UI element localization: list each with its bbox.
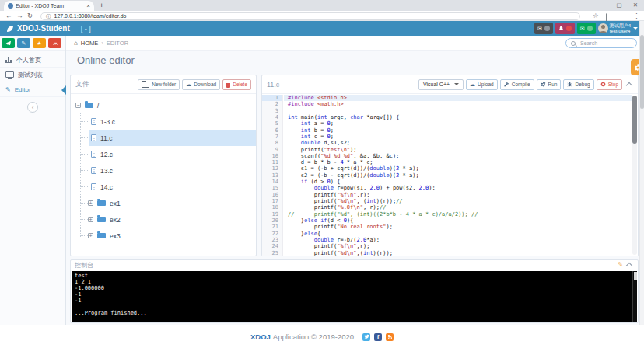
editor-gutter: 1234567891011121314151617181920212223242… [262,95,283,256]
collapse-box-icon[interactable]: − [75,103,81,108]
tree-folder-item[interactable]: +ex1 [71,195,256,211]
code-line[interactable]: if (d > 0) { [288,179,632,185]
code-line[interactable]: int a = 0; [288,120,632,127]
brand-link[interactable]: XDOJ-Student [6,24,70,33]
code-line[interactable]: scanf("%d %d %d", &a, &b, &c); [288,153,632,159]
screen: Editor - XDOJ Team × + ─ ▢ ✕ ← → ↻ ⓘ 127… [0,0,644,348]
run-button[interactable]: Run [537,79,562,90]
pencil-icon[interactable]: ✎ [618,262,623,268]
expand-box-icon[interactable]: + [88,233,93,238]
collapse-panel-icon[interactable] [626,263,632,269]
browser-tab[interactable]: Editor - XDOJ Team × [4,1,94,11]
code-line[interactable]: double r=pow(s1, 2.0) + pow(s2, 2.0); [288,185,632,191]
code-editor[interactable]: 1234567891011121314151617181920212223242… [262,94,638,256]
tree-file-item[interactable]: 11.c [71,130,256,146]
tree-file-item[interactable]: 13.c [71,162,256,179]
quick-gauge-button[interactable] [48,38,61,48]
url-bar[interactable]: ⓘ 127.0.0.1:8080/team/editor.do [40,12,580,20]
search-box [565,38,637,48]
user-menu[interactable]: 测试用户4 test-user4 [598,23,638,33]
page-scrollbar[interactable] [639,21,644,348]
stop-button[interactable]: Stop [597,79,622,90]
expand-box-icon[interactable]: + [88,217,93,222]
editor-scrollbar[interactable] [632,96,637,255]
window-close-button[interactable]: ✕ [633,2,638,9]
new-folder-button[interactable]: New folder [138,79,180,90]
tasks-menu[interactable]: ✉ [577,23,596,34]
tree-folder-item[interactable]: +ex2 [71,211,256,228]
new-tab-button[interactable]: + [100,2,103,9]
terminal-scrollbar-thumb[interactable] [634,272,637,280]
terminal-scrollbar[interactable] [632,271,637,322]
code-line[interactable]: s2 = (-b - sqrt(d))/(double)(2 * a); [288,172,632,179]
quick-edit-button[interactable]: ✎ [17,38,30,48]
page-scrollbar-thumb[interactable] [640,35,644,109]
language-select[interactable]: Visual C++ [418,79,464,90]
tree-folder-item[interactable]: +ex3 [71,228,256,244]
terminal-line: 1 2 1 [75,279,634,285]
code-line[interactable]: double r=-b/(2.0*a); [288,237,632,243]
quick-star-button[interactable]: ★ [33,38,46,48]
browser-menu-icon[interactable]: ⋮ [633,11,640,21]
bookmark-star-icon[interactable]: ☆ [593,11,599,21]
code-line[interactable]: #include <stdio.h> [288,95,632,101]
terminal-line: -1 [75,298,634,304]
search-input[interactable] [579,40,632,47]
breadcrumb-home-link[interactable]: HOME [81,40,99,47]
expand-box-icon[interactable]: + [88,200,93,206]
twitter-link[interactable] [362,333,370,341]
code-line[interactable]: int c = 0; [288,134,632,140]
code-line[interactable]: printf("%f\n",r); [288,243,632,249]
code-line[interactable]: int b = 0; [288,127,632,134]
code-line[interactable]: s1 = (-b + sqrt(d))/(double)(2 * a); [288,165,632,172]
tab-close-icon[interactable]: × [86,3,90,9]
sidebar-item-tests[interactable]: 测试列表 [0,68,65,82]
upload-button[interactable]: ☁ Upload [466,79,498,90]
download-button[interactable]: ☁ Download [182,79,220,90]
window-maximize-button[interactable]: ▢ [617,2,622,9]
forward-icon[interactable]: → [16,11,23,21]
editor-code[interactable]: #include <stdio.h>#include <math.h>int m… [284,95,632,256]
sidebar-item-editor[interactable]: ✎ Editor [0,82,65,97]
code-line[interactable]: int main(int argc, char *argv[]) { [288,114,632,120]
file-icon [91,118,96,125]
editor-scrollbar-thumb[interactable] [632,96,637,144]
back-icon[interactable]: ← [5,11,12,21]
code-line[interactable]: printf("%f\n",r); [288,192,632,198]
quick-send-button[interactable] [2,38,15,48]
rss-link[interactable] [386,333,394,341]
notifications-menu[interactable] [555,23,575,34]
sidebar-collapse-button[interactable]: ‹ [27,102,38,113]
tree-root-item[interactable]: − / [71,97,256,113]
messages-menu[interactable]: ✉ [534,23,553,34]
code-line[interactable]: }else if(d < 0){ [288,218,632,224]
code-line[interactable]: #include <math.h> [288,101,632,107]
debug-button[interactable]: Debug [563,79,593,90]
code-line[interactable]: printf("%d\n", (int)(r));// [288,198,632,204]
code-line[interactable]: }else{ [288,231,632,237]
reload-icon[interactable]: ↻ [27,11,33,21]
code-line[interactable]: // printf("%d", (int)((2*b*b - 4 * a * c… [288,211,632,218]
delete-button[interactable]: Delete [222,79,251,90]
window-minimize-button[interactable]: ─ [601,2,605,9]
tree-file-item[interactable]: 14.c [71,179,256,195]
tree-file-item[interactable]: 12.c [71,146,256,162]
compile-button[interactable]: Compile [500,79,534,90]
code-line[interactable] [288,108,632,114]
terminal-output[interactable]: test1 2 1-1.000000-1-1 ...Program finish… [72,271,637,322]
window-toggle-link[interactable]: [ - ] [81,25,91,33]
code-line[interactable]: double d,s1,s2; [288,140,632,146]
code-line[interactable]: d = b * b - 4 * a * c; [288,159,632,165]
tree-item-label: 13.c [100,167,113,175]
facebook-link[interactable]: f [374,333,382,341]
code-line[interactable]: printf("No real roots"); [288,224,632,230]
code-line[interactable]: printf("test\n"); [288,147,632,153]
code-line[interactable]: printf("%.0f\n", r);// [288,204,632,211]
pencil-icon: ✎ [22,40,26,46]
sidebar-menu: 个人首页 测试列表 ✎ Editor [0,53,65,97]
tree-file-item[interactable]: 1-3.c [71,113,256,130]
sidebar-item-home[interactable]: 个人首页 [0,53,65,68]
site-info-icon[interactable]: ⓘ [46,13,51,19]
code-line[interactable]: printf("%d\n",(int)(r)); [288,250,632,256]
collapse-panel-icon[interactable] [626,82,632,88]
